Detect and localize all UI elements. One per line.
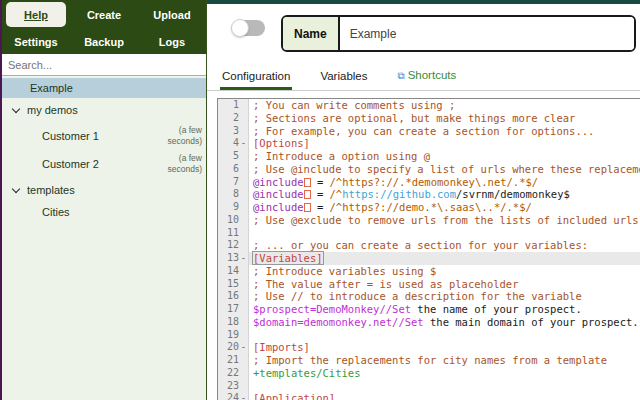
- menu-item-settings[interactable]: Settings: [2, 29, 70, 54]
- fold-marker-icon[interactable]: -: [239, 341, 248, 354]
- token-sec: [Application]: [253, 392, 335, 400]
- line-number: 8: [218, 188, 239, 201]
- code-line-16[interactable]: ; Use // to introduce a description for …: [249, 290, 640, 303]
- menu-item-upload[interactable]: Upload: [138, 0, 206, 29]
- tree-item-label: Customer 2: [42, 158, 99, 170]
- empty-brackets-icon: [304, 203, 311, 212]
- name-field-group: Name: [281, 15, 636, 52]
- code-line-3[interactable]: ; For example, you can create a section …: [249, 125, 640, 138]
- fold-marker-empty: [239, 150, 248, 163]
- gutter-row: 12: [218, 239, 248, 252]
- gutter-row: 10: [218, 214, 248, 227]
- code-line-2[interactable]: ; Sections are optional, but make things…: [249, 112, 640, 125]
- tab-configuration[interactable]: Configuration: [220, 70, 292, 90]
- token-pl: /svrnm/demomonkey$: [456, 188, 570, 200]
- tab-shortcuts[interactable]: ⧉Shortcuts: [396, 69, 459, 90]
- code-line-6[interactable]: ; Use @include to specify a list of urls…: [249, 163, 640, 176]
- tree-item-Customer-2[interactable]: Customer 2(a few seconds): [2, 150, 206, 178]
- gutter-row: 13-: [218, 252, 248, 265]
- gutter-row: 7: [218, 176, 248, 189]
- code-editor[interactable]: 1234-5678910111213-14151617181920-212223…: [217, 98, 640, 400]
- line-number: 1: [218, 99, 239, 112]
- code-line-4[interactable]: [Options]: [249, 137, 640, 150]
- line-number: 11: [218, 227, 239, 240]
- line-number: 22: [218, 367, 239, 380]
- line-number: 4: [218, 137, 239, 150]
- code-line-14[interactable]: ; Introduce variables using $: [249, 265, 640, 278]
- token-var: $domain=demomonkey.net//Set: [253, 316, 424, 328]
- token-cm: ; Use // to introduce a description for …: [253, 290, 582, 302]
- fold-marker-empty: [239, 265, 248, 278]
- token-pl: the name of your prospect.: [411, 303, 582, 315]
- enable-toggle[interactable]: [231, 19, 265, 37]
- gutter-row: 15: [218, 278, 248, 291]
- code-line-15[interactable]: ; The value after = is used as placehold…: [249, 278, 640, 291]
- code-line-9[interactable]: @include = /^https?://demo.*\.saas\..*/.…: [249, 201, 640, 214]
- code-line-5[interactable]: ; Introduce a option using @: [249, 150, 640, 163]
- gutter-row: 5: [218, 150, 248, 163]
- code-line-7[interactable]: @include = /^https?://.*demomonkey\.net/…: [249, 176, 640, 189]
- code-line-19[interactable]: [249, 329, 640, 342]
- token-pl: =: [311, 176, 330, 188]
- menu-item-logs[interactable]: Logs: [138, 29, 206, 54]
- gutter-row: 16: [218, 290, 248, 303]
- gutter-row: 21: [218, 354, 248, 367]
- code-line-20[interactable]: [Imports]: [249, 341, 640, 354]
- editor-code-area[interactable]: ; You can write comments using ;; Sectio…: [249, 99, 640, 400]
- gutter-row: 11: [218, 227, 248, 240]
- line-number: 21: [218, 354, 239, 367]
- tree-item-Example[interactable]: Example: [2, 78, 206, 98]
- menu-item-create[interactable]: Create: [70, 0, 138, 29]
- search-input[interactable]: [2, 54, 206, 76]
- code-line-1[interactable]: ; You can write comments using ;: [249, 99, 640, 112]
- gutter-row: 23: [218, 380, 248, 393]
- name-field-label: Name: [283, 17, 340, 50]
- tree-item-Customer-1[interactable]: Customer 1(a few seconds): [2, 122, 206, 150]
- code-line-13[interactable]: [Variables]: [249, 252, 640, 265]
- tab-variables[interactable]: Variables: [318, 70, 369, 90]
- code-line-11[interactable]: [249, 227, 640, 240]
- fold-marker-empty: [239, 354, 248, 367]
- menu-item-backup[interactable]: Backup: [70, 29, 138, 54]
- gutter-row: 20-: [218, 341, 248, 354]
- code-line-12[interactable]: ; ... or you can create a section for yo…: [249, 239, 640, 252]
- token-cm: ; Introduce variables using $: [253, 265, 436, 277]
- line-number: 5: [218, 150, 239, 163]
- tree-item-label: my demos: [27, 104, 78, 116]
- token-sec: [Variables]: [253, 252, 323, 264]
- fold-marker-icon[interactable]: -: [239, 392, 248, 400]
- code-line-23[interactable]: [249, 380, 640, 393]
- fold-marker-icon[interactable]: -: [239, 137, 248, 150]
- name-input[interactable]: [340, 17, 634, 50]
- token-kw: @include: [253, 201, 304, 213]
- menu-item-help[interactable]: Help: [6, 2, 66, 27]
- gutter-row: 22: [218, 367, 248, 380]
- token-pl: the main domain of your prospect.: [424, 316, 639, 328]
- line-number: 3: [218, 125, 239, 138]
- token-kw: @include: [253, 176, 304, 188]
- code-line-17[interactable]: $prospect=DemoMonkey//Set the name of yo…: [249, 303, 640, 316]
- token-cm: ; For example, you can create a section …: [253, 125, 594, 137]
- code-line-8[interactable]: @include = /^https://github.com/svrnm/de…: [249, 188, 640, 201]
- code-line-22[interactable]: +templates/Cities: [249, 367, 640, 380]
- token-cm: ; Import the replacements for city names…: [253, 354, 607, 366]
- gutter-row: 9: [218, 201, 248, 214]
- fold-marker-empty: [239, 278, 248, 291]
- tree-item-Cities[interactable]: Cities: [2, 202, 206, 222]
- code-line-10[interactable]: ; Use @exclude to remove urls from the l…: [249, 214, 640, 227]
- code-line-24[interactable]: [Application]: [249, 392, 640, 400]
- line-number: 9: [218, 201, 239, 214]
- tree-group-my-demos[interactable]: my demos: [2, 98, 206, 122]
- tree-group-templates[interactable]: templates: [2, 178, 206, 202]
- fold-marker-empty: [239, 290, 248, 303]
- line-number: 13: [218, 252, 239, 265]
- fold-marker-empty: [239, 125, 248, 138]
- fold-marker-icon[interactable]: -: [239, 252, 248, 265]
- shortcut-icon: ⧉: [398, 70, 405, 81]
- code-line-18[interactable]: $domain=demomonkey.net//Set the main dom…: [249, 316, 640, 329]
- code-line-21[interactable]: ; Import the replacements for city names…: [249, 354, 640, 367]
- tab-shortcuts-label: Shortcuts: [408, 69, 457, 81]
- line-number: 2: [218, 112, 239, 125]
- sidebar: HelpCreateUploadSettingsBackupLogs Examp…: [0, 0, 207, 400]
- fold-marker-empty: [239, 201, 248, 214]
